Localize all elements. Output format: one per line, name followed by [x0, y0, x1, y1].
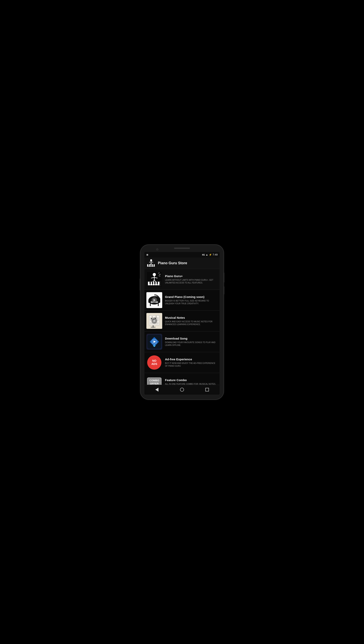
signal-bars-icon: ▲	[206, 253, 208, 256]
list-item[interactable]: Piano Guru+ LEARN WITHOUT LIMITS WITH PI…	[144, 269, 220, 290]
svg-rect-26	[157, 282, 158, 284]
svg-point-10	[150, 259, 152, 261]
combo-badge-text: COMBOOFFER	[149, 379, 159, 385]
feature-combo-desc: ALL IN ONE FEATURE COMBO FOR: MUSICAL NO…	[165, 383, 218, 385]
back-nav-button[interactable]	[153, 386, 161, 394]
piano-guru-svg	[147, 272, 162, 287]
grand-piano-title: Grand Piano (Coming soon)	[165, 295, 218, 299]
musical-notes-desc: QUICK AND EASY ACCESS TO MUSIC NOTES FOR…	[165, 320, 218, 326]
svg-rect-9	[153, 264, 154, 266]
grand-piano-image	[146, 292, 162, 308]
clock: 7:49	[213, 253, 218, 256]
feature-combo-image: COMBOOFFER	[146, 375, 162, 385]
navigation-bar	[144, 385, 220, 395]
musical-notes-image	[146, 313, 162, 329]
download-song-image	[146, 334, 162, 350]
list-item[interactable]: Download Song DOWNLOAD YOUR FAVOURITE SO…	[144, 331, 220, 352]
status-right: 4G ▲ ⚡ 7:49	[202, 253, 218, 256]
ad-free-title: Ad-free Experience	[165, 358, 218, 361]
recent-nav-button[interactable]	[203, 386, 211, 394]
volume-button-down	[224, 286, 224, 294]
logo-svg	[146, 258, 156, 268]
musical-notes-text: Musical Notes QUICK AND EASY ACCESS TO M…	[165, 316, 218, 326]
combo-offer-container: COMBOOFFER	[147, 377, 162, 385]
musical-notes-title: Musical Notes	[165, 316, 218, 319]
download-song-title: Download Song	[165, 337, 218, 340]
list-item[interactable]: Grand Piano (Coming soon) BIGGER IS BETT…	[144, 290, 220, 311]
app-header: Piano Guru Store	[144, 258, 220, 269]
phone-camera	[156, 248, 158, 250]
status-left: ▦	[146, 254, 148, 256]
ad-free-desc: BUY IT NOW AND ENJOY THE AD-FREE EXPERIE…	[165, 362, 218, 367]
recent-nav-icon	[205, 388, 209, 391]
network-indicator: 4G	[202, 254, 205, 256]
musical-notes-play-icon	[154, 320, 156, 322]
piano-guru-plus-title: Piano Guru+	[165, 274, 218, 278]
combo-badge: COMBOOFFER	[147, 377, 162, 385]
svg-line-13	[151, 262, 153, 262]
sim-icon: ▦	[146, 254, 148, 256]
battery-icon: ⚡	[209, 253, 212, 256]
no-ads-badge: NOADS	[147, 355, 162, 370]
phone-device: ▦ 4G ▲ ⚡ 7:49	[140, 245, 224, 399]
svg-point-27	[153, 273, 156, 276]
piano-guru-plus-text: Piano Guru+ LEARN WITHOUT LIMITS WITH PI…	[165, 274, 218, 284]
ad-free-text: Ad-free Experience BUY IT NOW AND ENJOY …	[165, 358, 218, 367]
grand-piano-text: Grand Piano (Coming soon) BIGGER IS BETT…	[165, 295, 218, 305]
svg-line-12	[149, 262, 151, 262]
phone-screen: ▦ 4G ▲ ⚡ 7:49	[144, 252, 220, 395]
download-svg	[148, 335, 161, 349]
power-button	[140, 279, 140, 290]
svg-rect-43	[151, 327, 156, 327]
svg-rect-39	[158, 303, 159, 306]
back-nav-icon	[155, 388, 158, 392]
download-song-desc: DOWNLOAD YOUR FAVOURITE SONGS TO PLAY AN…	[165, 341, 218, 347]
header-title: Piano Guru Store	[158, 261, 187, 265]
no-ads-text: NOADS	[151, 359, 157, 365]
status-bar: ▦ 4G ▲ ⚡ 7:49	[144, 252, 220, 258]
volume-button-up	[224, 273, 224, 283]
list-item[interactable]: Musical Notes QUICK AND EASY ACCESS TO M…	[144, 311, 220, 331]
grand-piano-desc: BIGGER IS BETTER! FULL SIZE KEYBOARD TO …	[165, 300, 218, 305]
svg-rect-25	[154, 282, 156, 284]
play-button-overlay	[152, 297, 157, 303]
feature-combo-title: Feature Combo	[165, 378, 218, 382]
home-nav-button[interactable]	[178, 386, 186, 394]
musical-notes-play-overlay	[152, 318, 157, 324]
svg-rect-6	[148, 264, 149, 266]
app-logo	[146, 258, 156, 268]
home-nav-icon	[180, 388, 184, 392]
store-content[interactable]: Piano Guru+ LEARN WITHOUT LIMITS WITH PI…	[144, 269, 220, 385]
svg-rect-23	[150, 282, 151, 284]
list-item[interactable]: COMBOOFFER Feature Combo ALL IN ONE FEAT…	[144, 373, 220, 385]
download-song-text: Download Song DOWNLOAD YOUR FAVOURITE SO…	[165, 337, 218, 347]
feature-combo-text: Feature Combo ALL IN ONE FEATURE COMBO F…	[165, 378, 218, 385]
ad-free-image: NOADS	[146, 355, 162, 370]
piano-guru-plus-image	[146, 271, 162, 287]
list-item[interactable]: NOADS Ad-free Experience BUY IT NOW AND …	[144, 352, 220, 373]
svg-rect-38	[150, 303, 151, 306]
play-triangle-icon	[154, 299, 156, 302]
piano-guru-plus-desc: LEARN WITHOUT LIMITS WITH PIANO GURU+. G…	[165, 279, 218, 284]
